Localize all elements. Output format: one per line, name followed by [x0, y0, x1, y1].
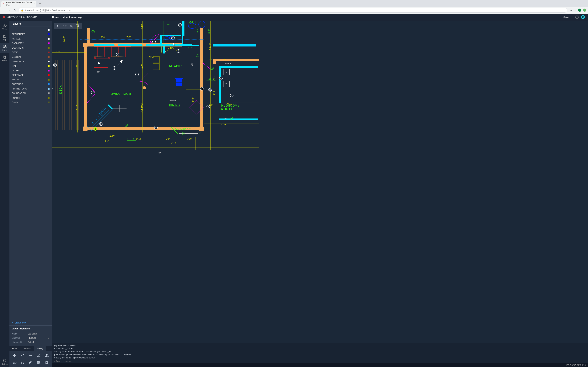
rail-views[interactable]: Views: [0, 22, 9, 32]
marker-1: 1: [91, 91, 95, 94]
layer-name: COUNTERS: [12, 47, 24, 49]
drawing-canvas[interactable]: D W: [52, 21, 588, 367]
svg-rect-25: [37, 361, 38, 362]
create-new-layer[interactable]: + Create new: [9, 320, 52, 325]
help-icon[interactable]: ?: [575, 16, 579, 19]
rail-settings[interactable]: Settings: [0, 357, 9, 367]
close-tab-icon[interactable]: ×: [34, 2, 35, 5]
cursor-icon: [173, 42, 176, 46]
svg-rect-23: [29, 362, 31, 364]
layer-name: FLOOR: [12, 78, 19, 81]
layer-row[interactable]: Grade: [9, 100, 52, 105]
user-avatar[interactable]: JD: [581, 15, 585, 19]
profile-dot-1[interactable]: [578, 8, 581, 12]
rail-layers[interactable]: Layers: [0, 43, 9, 53]
layer-swatch: [48, 79, 50, 81]
layer-row[interactable]: 0: [9, 27, 52, 32]
layer-row[interactable]: FOUNDATION: [9, 91, 52, 96]
prop-linetype[interactable]: Linetype HIDDEN⌄: [12, 336, 50, 340]
svg-marker-113: [173, 43, 175, 46]
scale-tool[interactable]: [28, 361, 33, 365]
layer-name: DEFPOINTS: [12, 60, 24, 63]
gear-icon: [3, 359, 7, 362]
layer-row[interactable]: Deck Line: [9, 55, 52, 59]
stretch-tool[interactable]: [12, 361, 17, 365]
svg-rect-29: [46, 362, 48, 364]
layer-swatch: [48, 83, 50, 85]
cmd-line-4: [All/Center/Dynamic/Extents/Previous/Sca…: [54, 353, 586, 356]
label-single-bot: SINGLE: [224, 118, 230, 120]
move-tool[interactable]: [12, 353, 17, 358]
undo-tool[interactable]: [20, 361, 25, 365]
layer-swatch: [48, 88, 50, 90]
layer-row[interactable]: APPLIANCES: [9, 32, 52, 36]
layer-row[interactable]: Framing: [9, 96, 52, 100]
layer-swatch: [48, 65, 50, 67]
marker-6b: 6: [219, 76, 223, 80]
url-text: Autodesk, Inc. [US] | https://web.autoca…: [25, 9, 71, 12]
layer-properties: Layer Properties Name Log Beam Linetype …: [9, 325, 52, 346]
breadcrumb-home[interactable]: Home: [52, 16, 59, 18]
rail-blocks[interactable]: Blocks: [0, 53, 9, 64]
layer-row[interactable]: COUNTERS: [9, 46, 52, 50]
key-icon[interactable]: ⊶: [570, 8, 572, 12]
trim-tool[interactable]: [36, 353, 41, 358]
layer-swatch: [48, 51, 50, 53]
layer-name: Framing: [12, 97, 20, 99]
brand-main: AUTODESK: [7, 16, 22, 18]
layer-list[interactable]: 0APPLIANCESASHADECABINETRYCOUNTERSDECKDe…: [9, 27, 52, 320]
layer-swatch: [48, 33, 50, 35]
layer-row[interactable]: Footings - Deck: [9, 86, 52, 91]
brand-logo-icon: A: [2, 15, 6, 20]
mirror-tool[interactable]: [44, 353, 49, 358]
marker-3b: 3: [178, 23, 182, 26]
command-input[interactable]: [56, 360, 109, 362]
save-button[interactable]: Save: [559, 15, 573, 19]
layer-row[interactable]: FOOTINGS: [9, 82, 52, 86]
tab-draw[interactable]: Draw: [9, 346, 20, 351]
hex-d: D: [196, 54, 199, 57]
offset-tool[interactable]: [44, 361, 49, 365]
layer-row[interactable]: DEFPOINTS: [9, 59, 52, 64]
rail-properties[interactable]: Prop.: [0, 32, 9, 43]
tool-rail: Views Prop. Layers Blocks Settings: [0, 21, 9, 367]
marker-11: 11: [208, 88, 212, 92]
tab-annotate[interactable]: Annotate: [20, 346, 34, 351]
url-field[interactable]: 🔒 Autodesk, Inc. [US] | https://web.auto…: [18, 8, 567, 13]
rotate-tool[interactable]: [20, 353, 25, 358]
profile-dot-2[interactable]: [583, 8, 586, 12]
layer-name: DOORS: [12, 69, 20, 72]
array-tool[interactable]: [36, 361, 41, 365]
marker-7b: 7: [230, 94, 233, 97]
marker-10: 10: [53, 63, 57, 67]
svg-point-12: [39, 356, 40, 357]
tab-title: AutoCAD Web App - Online C…: [6, 1, 32, 6]
room-bath: BATH: [188, 21, 196, 24]
new-tab-button[interactable]: +: [37, 1, 42, 6]
extension-icons: ⊶ ☆: [570, 8, 586, 12]
layer-row[interactable]: FLOOR: [9, 77, 52, 82]
layer-row[interactable]: DOORS: [9, 68, 52, 73]
marker-7: 7: [135, 73, 139, 76]
tab-modify[interactable]: Modify: [34, 346, 46, 351]
svg-point-88: [165, 36, 169, 40]
svg-marker-109: [211, 67, 214, 70]
layer-row[interactable]: DIM: [9, 64, 52, 68]
layer-row[interactable]: ASHADE: [9, 36, 52, 41]
layer-name: Deck Line: [12, 56, 21, 58]
dimension-tool[interactable]: [28, 353, 33, 358]
svg-marker-108: [196, 54, 199, 57]
svg-point-0: [4, 25, 5, 26]
reload-icon[interactable]: ⟳: [13, 8, 17, 12]
layer-row[interactable]: FIREPLACE: [9, 73, 52, 77]
room-living: LIVING ROOM: [110, 92, 131, 95]
marker-1b: 1: [200, 87, 204, 91]
layer-row[interactable]: CABINETRY: [9, 41, 52, 46]
back-icon[interactable]: ←: [2, 8, 5, 12]
breadcrumb-file: Mount View.dwg: [63, 16, 82, 18]
star-icon[interactable]: ☆: [574, 8, 576, 12]
svg-rect-30: [46, 362, 48, 364]
svg-point-86: [188, 23, 196, 28]
browser-tab[interactable]: A AutoCAD Web App - Online C… ×: [1, 1, 36, 7]
layer-row[interactable]: DECK: [9, 50, 52, 55]
